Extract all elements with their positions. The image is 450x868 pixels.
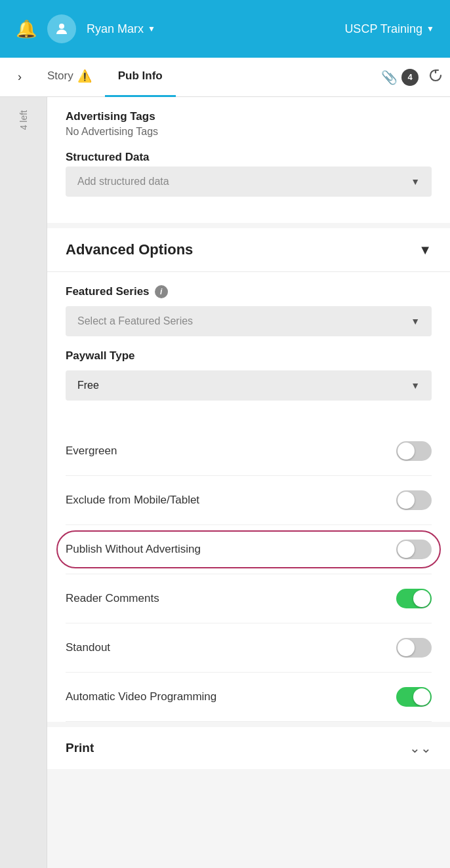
toggle-switch-2[interactable] (396, 540, 432, 559)
toggle-label-0: Evergreen (66, 444, 117, 458)
svg-point-0 (59, 24, 64, 29)
toggle-label-4: Standout (66, 641, 110, 654)
paperclip-icon: 📎 (381, 69, 398, 85)
toggle-label-5: Automatic Video Programming (66, 690, 216, 703)
history-button[interactable] (426, 66, 445, 89)
featured-series-label-row: Featured Series i (66, 285, 432, 298)
toggle-label-2: Publish Without Advertising (66, 543, 201, 556)
avatar[interactable] (47, 14, 76, 43)
tab-pubinfo-label: Pub Info (118, 69, 163, 83)
main-panel: Advertising Tags No Advertising Tags Str… (47, 97, 450, 868)
tab-bar: › Story ⚠️ Pub Info 📎 4 (0, 58, 450, 97)
toggle-row-automatic-video-programming: Automatic Video Programming (66, 673, 432, 722)
sidebar: 4 left (0, 97, 47, 868)
advertising-tags-section: Advertising Tags No Advertising Tags Str… (47, 97, 450, 223)
toggle-row-reader-comments: Reader Comments (66, 574, 432, 623)
paywall-dropdown[interactable]: Free ▼ (66, 370, 432, 401)
username-dropdown-arrow: ▼ (148, 24, 155, 33)
toggle-switch-3[interactable] (396, 589, 432, 608)
toggle-row-exclude-from-mobile/tablet: Exclude from Mobile/Tablet (66, 476, 432, 525)
toggle-switch-4[interactable] (396, 638, 432, 658)
toggle-switch-5[interactable] (396, 687, 432, 707)
structured-data-dropdown[interactable]: Add structured data ▼ (66, 167, 432, 197)
toggle-switch-1[interactable] (396, 490, 432, 510)
attachments-button[interactable]: 📎 4 (381, 69, 419, 86)
structured-data-label: Structured Data (66, 151, 432, 164)
advanced-options-title: Advanced Options (66, 241, 193, 258)
header: 🔔 Ryan Marx ▼ USCP Training ▼ (0, 0, 450, 58)
toggle-row-publish-without-advertising: Publish Without Advertising (66, 525, 432, 574)
structured-data-arrow-icon: ▼ (411, 176, 420, 187)
featured-series-arrow-icon: ▼ (411, 316, 420, 326)
org-button[interactable]: USCP Training ▼ (344, 22, 434, 36)
advertising-tags-label: Advertising Tags (66, 110, 432, 123)
featured-series-section: Featured Series i Select a Featured Seri… (47, 272, 450, 427)
tab-story[interactable]: Story ⚠️ (34, 58, 105, 97)
toggle-section: EvergreenExclude from Mobile/TabletPubli… (47, 427, 450, 722)
print-section[interactable]: Print ⌄⌄ (47, 727, 450, 769)
toggle-label-1: Exclude from Mobile/Tablet (66, 494, 199, 507)
tab-pubinfo[interactable]: Pub Info (105, 58, 176, 97)
expand-sidebar-button[interactable]: › (5, 63, 34, 92)
username-button[interactable]: Ryan Marx ▼ (87, 22, 155, 36)
sidebar-left-text: 4 left (18, 110, 29, 130)
featured-series-placeholder: Select a Featured Series (77, 315, 193, 327)
tab-icons: 📎 4 (381, 66, 445, 89)
paywall-value: Free (77, 380, 99, 391)
print-label: Print (66, 741, 94, 755)
featured-series-info-icon[interactable]: i (155, 285, 168, 298)
toggle-label-3: Reader Comments (66, 592, 159, 605)
paywall-label: Paywall Type (66, 349, 432, 363)
warning-icon: ⚠️ (77, 69, 92, 83)
advanced-chevron-icon: ▼ (419, 243, 432, 258)
tab-story-label: Story (47, 69, 73, 83)
toggle-switch-0[interactable] (396, 441, 432, 461)
attachments-badge: 4 (401, 69, 419, 86)
structured-data-placeholder: Add structured data (77, 176, 169, 187)
advertising-tags-value: No Advertising Tags (66, 126, 432, 138)
bell-icon[interactable]: 🔔 (16, 19, 37, 39)
toggle-row-evergreen: Evergreen (66, 427, 432, 476)
org-dropdown-arrow: ▼ (426, 24, 434, 33)
featured-series-dropdown[interactable]: Select a Featured Series ▼ (66, 306, 432, 336)
paywall-arrow-icon: ▼ (411, 380, 420, 391)
print-expand-icon: ⌄⌄ (409, 740, 432, 756)
featured-series-label: Featured Series (66, 285, 150, 298)
content-area: 4 left Advertising Tags No Advertising T… (0, 97, 450, 868)
advanced-options-header[interactable]: Advanced Options ▼ (47, 228, 450, 272)
toggle-row-standout: Standout (66, 623, 432, 673)
